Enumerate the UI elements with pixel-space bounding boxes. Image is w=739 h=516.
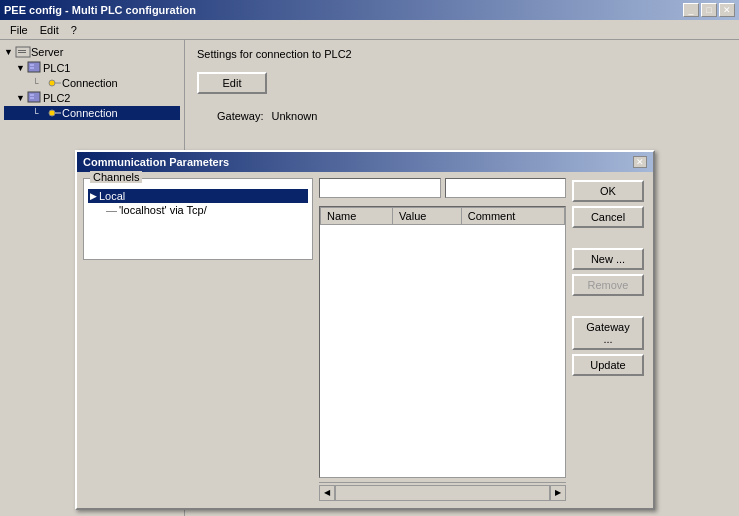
communication-parameters-dialog: Communication Parameters ✕ Channels ▶ Lo…	[75, 150, 655, 510]
tree-line-plc1: └	[32, 78, 48, 88]
new-button[interactable]: New ...	[572, 248, 644, 270]
ok-button[interactable]: OK	[572, 180, 644, 202]
expand-server: ▼	[4, 47, 13, 57]
tree-line-plc2: └	[32, 108, 48, 118]
tree-item-server[interactable]: ▼ Server	[4, 44, 180, 60]
title-bar: PEE config - Multi PLC configuration _ □…	[0, 0, 739, 20]
edit-button-area: Edit	[197, 72, 727, 94]
scroll-left-button[interactable]: ◀	[319, 485, 335, 501]
channels-legend: Channels	[90, 171, 142, 183]
svg-rect-1	[18, 50, 26, 51]
settings-header: Settings for connection to PLC2	[197, 48, 727, 60]
plc2-icon	[27, 91, 43, 105]
svg-point-11	[49, 110, 55, 116]
menu-bar: File Edit ?	[0, 20, 739, 40]
plc1-label: PLC1	[43, 62, 71, 74]
channel-local[interactable]: ▶ Local	[88, 189, 308, 203]
dialog-buttons: OK Cancel New ... Remove Gateway ... Upd…	[572, 178, 647, 502]
remove-button[interactable]: Remove	[572, 274, 644, 296]
dialog-close-button[interactable]: ✕	[633, 156, 647, 168]
cancel-button[interactable]: Cancel	[572, 206, 644, 228]
expand-plc2: ▼	[16, 93, 25, 103]
tree-item-plc1[interactable]: ▼ PLC1	[4, 60, 180, 76]
param-input-2[interactable]	[445, 178, 567, 198]
channels-tree: ▶ Local — 'localhost' via Tcp/	[84, 179, 312, 259]
gateway-label: Gateway:	[217, 110, 263, 122]
connection2-icon	[48, 107, 62, 119]
col-value: Value	[393, 208, 462, 225]
tree-item-plc1-connection[interactable]: └ Connection	[4, 76, 180, 90]
gateway-row: Gateway: Unknown	[217, 110, 727, 122]
svg-rect-4	[30, 64, 34, 66]
dialog-left-col: Channels ▶ Local — 'localhost' via Tcp/	[83, 178, 313, 502]
menu-help[interactable]: ?	[65, 22, 83, 38]
tree-item-plc2[interactable]: ▼ PLC2	[4, 90, 180, 106]
tree-item-plc2-connection[interactable]: └ Connection	[4, 106, 180, 120]
menu-edit[interactable]: Edit	[34, 22, 65, 38]
plc1-icon	[27, 61, 43, 75]
horizontal-scrollbar: ◀ ▶	[319, 482, 566, 502]
close-button[interactable]: ✕	[719, 3, 735, 17]
svg-rect-5	[30, 67, 34, 69]
localhost-label: 'localhost' via Tcp/	[119, 204, 207, 216]
svg-rect-2	[18, 52, 26, 53]
scroll-track[interactable]	[335, 485, 550, 501]
gateway-value: Unknown	[271, 110, 317, 122]
dash-icon: —	[106, 204, 117, 216]
svg-rect-9	[30, 94, 34, 96]
dialog-title-bar: Communication Parameters ✕	[77, 152, 653, 172]
svg-point-6	[49, 80, 55, 86]
param-input-1[interactable]	[319, 178, 441, 198]
top-inputs-row	[319, 178, 566, 198]
scroll-right-button[interactable]: ▶	[550, 485, 566, 501]
properties-table: Name Value Comment	[319, 206, 566, 478]
channel-localhost[interactable]: — 'localhost' via Tcp/	[104, 203, 308, 217]
maximize-button[interactable]: □	[701, 3, 717, 17]
local-label: Local	[99, 190, 125, 202]
channels-frame: Channels ▶ Local — 'localhost' via Tcp/	[83, 178, 313, 260]
dialog-body: Channels ▶ Local — 'localhost' via Tcp/	[77, 172, 653, 508]
minus-icon: ▶	[90, 191, 97, 201]
button-spacer-2	[572, 300, 647, 312]
server-icon	[15, 45, 31, 59]
dialog-title-text: Communication Parameters	[83, 156, 229, 168]
svg-rect-10	[30, 97, 34, 99]
dialog-center-col: Name Value Comment ◀ ▶	[319, 178, 566, 502]
connection-icon	[48, 77, 62, 89]
edit-button[interactable]: Edit	[197, 72, 267, 94]
plc1-connection-label: Connection	[62, 77, 118, 89]
button-spacer-1	[572, 232, 647, 244]
props-table-element: Name Value Comment	[320, 207, 565, 225]
update-button[interactable]: Update	[572, 354, 644, 376]
plc2-label: PLC2	[43, 92, 71, 104]
title-bar-text: PEE config - Multi PLC configuration	[4, 4, 196, 16]
server-label: Server	[31, 46, 63, 58]
minimize-button[interactable]: _	[683, 3, 699, 17]
title-bar-controls: _ □ ✕	[683, 3, 735, 17]
col-comment: Comment	[461, 208, 564, 225]
plc2-connection-label: Connection	[62, 107, 118, 119]
expand-plc1: ▼	[16, 63, 25, 73]
gateway-button[interactable]: Gateway ...	[572, 316, 644, 350]
col-name: Name	[321, 208, 393, 225]
menu-file[interactable]: File	[4, 22, 34, 38]
